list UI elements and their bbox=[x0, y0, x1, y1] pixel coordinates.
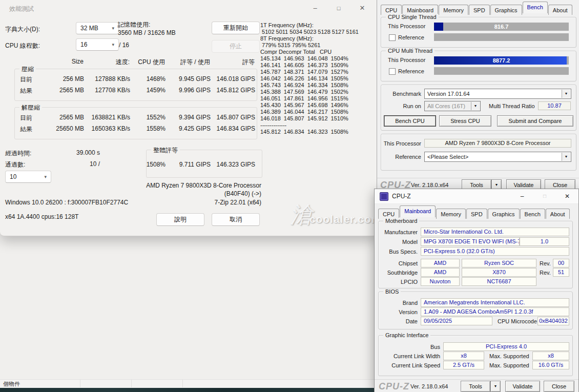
chevron-down-icon: ▾ bbox=[112, 23, 114, 34]
minimize-icon[interactable]: – bbox=[512, 189, 532, 203]
reference-select[interactable]: <Please Select> ▼ bbox=[424, 152, 571, 162]
close-icon[interactable]: ✕ bbox=[557, 189, 577, 203]
link-width-label: Current Link Width bbox=[379, 353, 440, 359]
col-rating: 評等 bbox=[193, 58, 255, 67]
reference-label: Reference bbox=[381, 154, 421, 160]
tab-cpu[interactable]: CPU bbox=[381, 5, 402, 15]
elapsed-time-value: 39.000 s bbox=[38, 149, 100, 156]
validate-button[interactable]: Validate bbox=[505, 381, 540, 392]
graphic-interface-group: Graphic Interface Bus PCI-Express 4.0 Cu… bbox=[378, 335, 573, 376]
tab-mainboard[interactable]: Mainboard bbox=[402, 5, 438, 15]
link-width-value: x8 bbox=[443, 352, 484, 360]
title-bar: CPU-Z – □ ✕ bbox=[375, 189, 578, 204]
chipset-rev-value: 00 bbox=[553, 259, 569, 267]
chevron-down-icon: ▾ bbox=[112, 39, 114, 50]
tools-dropdown-arrow[interactable]: ▼ bbox=[490, 381, 501, 392]
screen: 個物件 效能測試 – □ ✕ 字典大小(D): 32 MB▾ 記憶體使用: 35… bbox=[0, 0, 579, 392]
multi-thread-value: 8877.2 bbox=[434, 56, 569, 65]
status-bar-separator bbox=[80, 380, 80, 387]
cpu-threads-label: CPU 線程數: bbox=[5, 42, 40, 50]
run-on-label: Run on bbox=[381, 103, 421, 109]
chipset-brand-value: AMD bbox=[421, 259, 460, 267]
tab-memory[interactable]: Memory bbox=[436, 209, 466, 219]
cpuz-app-icon bbox=[380, 192, 388, 201]
pass-count-value: 10 / bbox=[38, 160, 100, 168]
table-row: 結果 2565 MB 127708 KB/s 1459% 9.996 GIPS … bbox=[15, 87, 257, 94]
tab-spd[interactable]: SPD bbox=[466, 209, 487, 219]
multi-thread-bar: 8877.2 bbox=[434, 56, 569, 65]
reference-label: Reference bbox=[398, 68, 424, 74]
stress-cpu-button[interactable]: Stress CPU bbox=[439, 115, 491, 127]
link-speed-value: 2.5 GT/s bbox=[443, 361, 484, 369]
chipset-label: Chipset bbox=[379, 260, 418, 266]
chipset-model-value: Ryzen SOC bbox=[462, 259, 536, 267]
help-button[interactable]: 說明 bbox=[156, 213, 204, 226]
reference-checkbox[interactable] bbox=[389, 68, 396, 75]
cancel-button[interactable]: 取消 bbox=[212, 213, 260, 226]
tab-memory[interactable]: Memory bbox=[439, 5, 468, 15]
multi-thread-ratio-label: Multi Thread Ratio bbox=[489, 103, 535, 109]
compression-group: 壓縮 目前 256 MB 127888 KB/s 1468% 9.945 GIP… bbox=[14, 69, 257, 101]
single-reference-bar bbox=[434, 33, 569, 41]
chevron-down-icon: ▼ bbox=[562, 153, 570, 161]
benchmark-version-select[interactable]: Version 17.01.64 ▼ bbox=[424, 89, 571, 99]
chevron-down-icon: ▼ bbox=[562, 90, 570, 98]
tab-bench[interactable]: Bench bbox=[520, 209, 545, 219]
dictionary-size-select[interactable]: 32 MB▾ bbox=[76, 22, 119, 34]
cpu-name: AMD Ryzen 7 9800X3D 8-Core Processor bbox=[0, 182, 261, 189]
cpu-threads-select[interactable]: 16▾ bbox=[76, 38, 119, 51]
max-speed-value: 16.0 GT/s bbox=[532, 361, 569, 369]
tools-button[interactable]: Tools bbox=[461, 381, 490, 392]
table-row: 目前 2565 MB 1638821 KB/s 1552% 9.394 GIPS… bbox=[15, 114, 257, 121]
multi-thread-ratio-value: 10.87 bbox=[538, 101, 571, 110]
tab-cpu[interactable]: CPU bbox=[378, 209, 399, 219]
app-version: 7-Zip 22.01 (x64) bbox=[0, 199, 261, 206]
tab-spd[interactable]: SPD bbox=[469, 5, 490, 15]
bus-specs-label: Bus Specs. bbox=[379, 249, 418, 255]
lpcio-model-value: NCT6687 bbox=[462, 277, 536, 286]
restart-button[interactable]: 重新開始 bbox=[212, 22, 260, 34]
tab-mainboard[interactable]: Mainboard bbox=[400, 205, 436, 217]
dictionary-size-label: 字典大小(D): bbox=[5, 25, 40, 34]
reference-checkbox[interactable] bbox=[389, 34, 396, 41]
cpu-microcode-label: CPU Microcode bbox=[498, 318, 537, 324]
cpu-threads-total: / 16 bbox=[119, 42, 129, 49]
processor-compare-group: This Processor AMD Ryzen 7 9800X3D 8-Cor… bbox=[381, 134, 576, 171]
cpu-multi-thread-group: CPU Multi Thread This Processor 8877.2 R… bbox=[381, 51, 576, 81]
pass-count-select[interactable]: 10▾ bbox=[5, 171, 51, 183]
tab-about[interactable]: About bbox=[546, 209, 570, 219]
dialog-title: 效能測試 bbox=[9, 5, 34, 13]
southbridge-model-value: X870 bbox=[462, 268, 536, 277]
version-text: Ver. 2.18.0.x64 bbox=[410, 383, 448, 389]
version-text: Ver. 2.18.0.x64 bbox=[411, 182, 448, 188]
this-processor-label: This Processor bbox=[381, 140, 421, 147]
maximize-icon[interactable]: □ bbox=[327, 0, 350, 16]
tab-bench[interactable]: Bench bbox=[523, 2, 548, 13]
southbridge-brand-value: AMD bbox=[421, 268, 460, 277]
bios-version-label: Version bbox=[379, 309, 418, 315]
run-on-select[interactable]: All Cores (16T) ▼ bbox=[424, 101, 481, 111]
desktop-strip bbox=[0, 388, 375, 392]
tab-graphics[interactable]: Graphics bbox=[488, 209, 520, 219]
tab-graphics[interactable]: Graphics bbox=[490, 5, 522, 15]
benchmark-group: Benchmark Version 17.01.64 ▼ Run on All … bbox=[381, 85, 576, 131]
memory-usage-value: 3560 MB / 31626 MB bbox=[118, 29, 176, 36]
cpu-microcode-value: 0xB404032 bbox=[537, 317, 569, 325]
close-icon[interactable]: ✕ bbox=[350, 0, 374, 16]
lpcio-brand-value: Nuvoton bbox=[421, 277, 460, 286]
cpuz-logo: CPU-Z bbox=[379, 381, 409, 392]
chevron-down-icon: ▼ bbox=[471, 102, 480, 110]
bench-cpu-button[interactable]: Bench CPU bbox=[384, 115, 436, 127]
motherboard-group: Motherboard Manufacturer Micro-Star Inte… bbox=[378, 221, 573, 288]
benchmark-label: Benchmark bbox=[381, 91, 421, 97]
max-speed-label: Max. Supported bbox=[489, 362, 529, 368]
submit-and-compare-button[interactable]: Submit and Compare bbox=[497, 115, 573, 127]
cpu-single-thread-group: CPU Single Thread This Processor 816.7 R… bbox=[381, 17, 576, 48]
status-bar-separator bbox=[131, 380, 132, 387]
close-button[interactable]: Close bbox=[544, 381, 574, 392]
tab-about[interactable]: About bbox=[548, 5, 572, 15]
single-thread-value: 816.7 bbox=[434, 23, 569, 31]
maximize-icon[interactable]: □ bbox=[534, 189, 555, 203]
minimize-icon[interactable]: – bbox=[303, 0, 327, 16]
stop-button[interactable]: 停止 bbox=[212, 40, 260, 53]
